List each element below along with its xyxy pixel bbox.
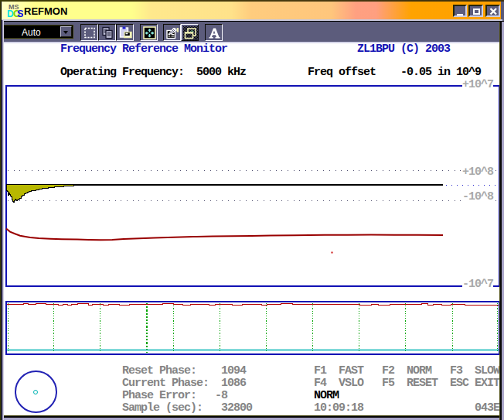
- svg-text:S: S: [17, 8, 23, 19]
